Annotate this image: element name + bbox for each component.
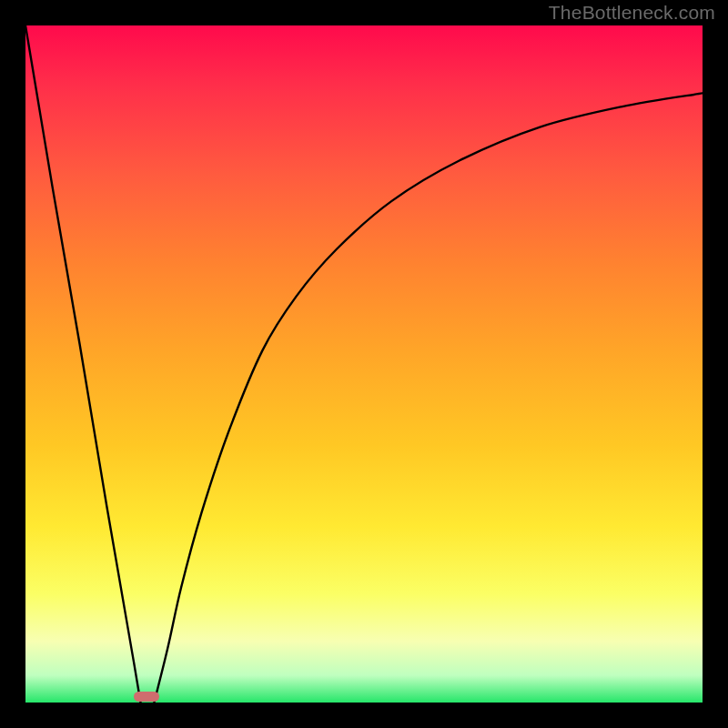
minimum-marker (134, 692, 159, 702)
watermark-text: TheBottleneck.com (549, 2, 715, 24)
curve-layer (25, 25, 703, 703)
bottleneck-curve (25, 25, 703, 703)
chart-frame: TheBottleneck.com (0, 0, 728, 728)
